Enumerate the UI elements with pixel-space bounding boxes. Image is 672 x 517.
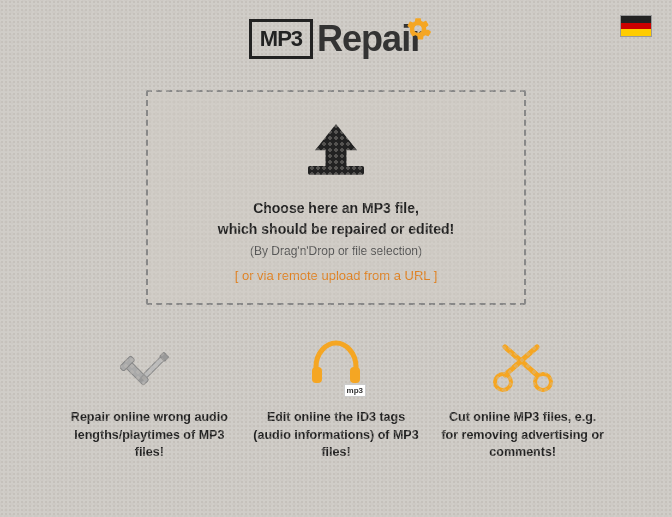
upload-dropzone[interactable]: Choose here an MP3 file,which should be … <box>146 90 526 305</box>
upload-arrow-icon <box>168 116 504 186</box>
svg-rect-7 <box>312 367 322 383</box>
headphones-icon-container: mp3 <box>304 335 368 399</box>
logo: MP3 Repair <box>249 18 423 60</box>
flag-stripe-black <box>621 16 651 23</box>
svg-point-13 <box>518 358 524 364</box>
header: MP3 Repair <box>0 0 672 70</box>
feature-cut-text: Cut online MP3 files, e.g. for removing … <box>439 409 606 462</box>
feature-id3-text: Edit online the ID3 tags (audio informat… <box>253 409 420 462</box>
german-flag <box>620 15 652 37</box>
flag-stripe-gold <box>621 29 651 36</box>
feature-id3: mp3 Edit online the ID3 tags (audio info… <box>253 335 420 462</box>
svg-point-12 <box>535 374 551 390</box>
url-upload-link[interactable]: [ or via remote upload from a URL ] <box>235 268 438 283</box>
gear-icon <box>405 16 431 42</box>
upload-main-text: Choose here an MP3 file,which should be … <box>168 198 504 240</box>
upload-icon <box>301 116 371 186</box>
features-section: Repair online wrong audio lengths/playti… <box>26 335 646 462</box>
upload-url-link[interactable]: [ or via remote upload from a URL ] <box>168 268 504 283</box>
feature-repair: Repair online wrong audio lengths/playti… <box>66 335 233 462</box>
upload-section: Choose here an MP3 file,which should be … <box>146 90 526 305</box>
svg-marker-1 <box>315 124 357 166</box>
language-flag[interactable] <box>620 15 652 37</box>
tools-icon <box>120 338 178 396</box>
scissors-svg <box>493 337 553 397</box>
scissors-icon <box>491 335 555 399</box>
feature-cut: Cut online MP3 files, e.g. for removing … <box>439 335 606 462</box>
logo-mp3: MP3 <box>249 19 313 59</box>
logo-repair: Repair <box>317 18 423 60</box>
flag-stripe-red <box>621 23 651 30</box>
feature-repair-text: Repair online wrong audio lengths/playti… <box>66 409 233 462</box>
svg-rect-8 <box>350 367 360 383</box>
headphones-wrapper: mp3 <box>306 337 366 397</box>
upload-sub-text: (By Drag'n'Drop or file selection) <box>168 244 504 258</box>
repair-icon <box>117 335 181 399</box>
svg-rect-0 <box>308 166 364 175</box>
mp3-label: mp3 <box>344 384 366 397</box>
